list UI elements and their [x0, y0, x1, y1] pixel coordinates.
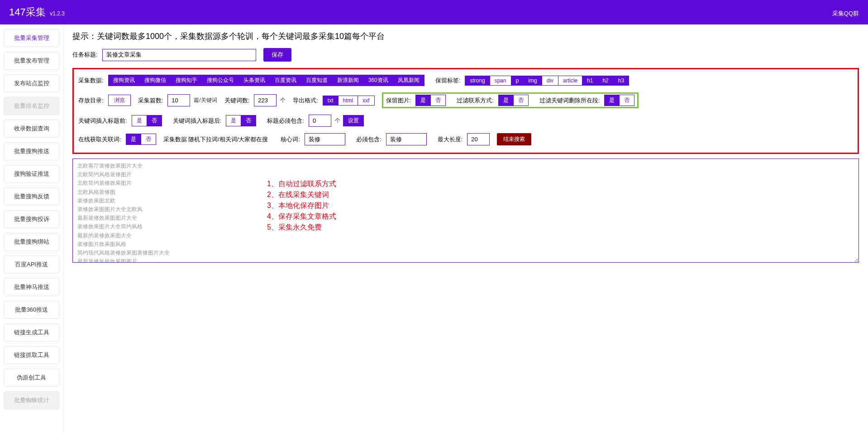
core-word-input[interactable]	[305, 133, 345, 145]
keep-img-yes[interactable]: 是	[415, 95, 431, 106]
source-tag-1[interactable]: 搜狗微信	[140, 75, 171, 86]
sidebar-item-8[interactable]: 批量搜狗投诉	[4, 210, 59, 228]
keep-tags-group: strongspanpimgdivarticleh1h2h3	[465, 76, 629, 86]
config-panel: 采集数据: 搜狗资讯搜狗微信搜狗知乎搜狗公众号头条资讯百度资讯百度知道新浪新闻3…	[72, 68, 859, 154]
task-title-label: 任务标题:	[72, 51, 98, 59]
sidebar-item-14[interactable]: 链接抓取工具	[4, 346, 59, 364]
sidebar-item-15[interactable]: 伪原创工具	[4, 369, 59, 387]
source-tag-2[interactable]: 搜狗知乎	[171, 75, 202, 86]
keep-tag-div[interactable]: div	[542, 76, 558, 86]
set-button[interactable]: 设置	[343, 115, 364, 126]
export-tag-xxf[interactable]: xxf	[358, 96, 374, 106]
insert-after-label: 关键词插入标题后:	[173, 117, 222, 125]
online-desc: 采集数据 随机下拉词/相关词/大家都在搜	[163, 135, 268, 144]
sidebar-item-3: 批量排名监控	[4, 97, 59, 115]
max-len-label: 最大长度:	[438, 135, 463, 144]
save-button[interactable]: 保存	[263, 48, 291, 62]
end-search-button[interactable]: 结束搜索	[497, 133, 531, 145]
keep-tag-strong[interactable]: strong	[465, 76, 490, 86]
sidebar: 批量采集管理批量发布管理发布站点监控批量排名监控收录数据查询批量搜狗推送搜狗验证…	[0, 24, 63, 433]
sidebar-item-6[interactable]: 搜狗验证推送	[4, 165, 59, 183]
storage-row: 存放目录: 浏览 采集篇数: 篇/关键词 关键词数: 个 导出格式: txtht…	[78, 92, 853, 108]
sidebar-item-13[interactable]: 链接生成工具	[4, 323, 59, 342]
insert-after-yes[interactable]: 是	[226, 115, 241, 126]
insert-before-no[interactable]: 否	[147, 115, 162, 126]
keep-tag-article[interactable]: article	[558, 76, 582, 86]
qq-group-link[interactable]: 采集QQ群	[832, 10, 859, 18]
sidebar-item-12[interactable]: 批量360推送	[4, 301, 59, 319]
insert-before-toggle[interactable]: 是 否	[132, 115, 162, 126]
keep-tag-h2[interactable]: h2	[598, 76, 613, 86]
green-highlight-box: 保留图片: 是 否 过滤联系方式: 是 否 过滤关键词删除所在段: 是 否	[382, 92, 639, 108]
filter-contact-yes[interactable]: 是	[498, 95, 514, 106]
source-tag-6[interactable]: 百度知道	[301, 75, 333, 86]
filter-contact-no[interactable]: 否	[514, 95, 529, 106]
app-header: 147采集 v1.2.3 采集QQ群	[0, 0, 868, 24]
sources-row: 采集数据: 搜狗资讯搜狗微信搜狗知乎搜狗公众号头条资讯百度资讯百度知道新浪新闻3…	[78, 75, 853, 86]
keep-tag-p[interactable]: p	[511, 76, 524, 86]
online-yes[interactable]: 是	[126, 134, 141, 145]
source-tag-4[interactable]: 头条资讯	[239, 75, 270, 86]
source-tag-9[interactable]: 凤凰新闻	[393, 75, 424, 86]
must-contain-input[interactable]	[386, 133, 427, 145]
core-word-label: 核心词:	[281, 135, 300, 144]
insert-after-toggle[interactable]: 是 否	[226, 115, 256, 126]
online-row: 在线获取关联词: 是 否 采集数据 随机下拉词/相关词/大家都在搜 核心词: 必…	[78, 133, 853, 145]
insert-after-no[interactable]: 否	[241, 115, 256, 126]
source-tag-0[interactable]: 搜狗资讯	[108, 75, 140, 86]
sidebar-item-5[interactable]: 批量搜狗推送	[4, 142, 59, 160]
export-tag-html[interactable]: html	[339, 96, 358, 106]
sidebar-item-1[interactable]: 批量发布管理	[4, 52, 59, 70]
source-tag-3[interactable]: 搜狗公众号	[202, 75, 239, 86]
sources-group: 搜狗资讯搜狗微信搜狗知乎搜狗公众号头条资讯百度资讯百度知道新浪新闻360资讯凤凰…	[108, 75, 424, 86]
sidebar-item-7[interactable]: 批量搜狗反馈	[4, 188, 59, 206]
filter-kw-para-toggle[interactable]: 是 否	[604, 95, 634, 106]
insert-before-yes[interactable]: 是	[132, 115, 147, 126]
keep-tag-h3[interactable]: h3	[614, 76, 629, 86]
online-label: 在线获取关联词:	[78, 135, 121, 144]
app-version: v1.2.3	[50, 10, 65, 17]
online-no[interactable]: 否	[141, 134, 156, 145]
results-box: 1、自动过滤联系方式2、在线采集关键词3、本地化保存图片4、保存采集文章格式5、…	[72, 159, 859, 264]
export-label: 导出格式:	[293, 96, 318, 105]
results-textarea[interactable]	[72, 159, 859, 263]
export-group: txthtmlxxf	[323, 96, 375, 106]
filter-kw-para-yes[interactable]: 是	[604, 95, 620, 106]
title-must-unit: 个	[335, 117, 340, 125]
filter-contact-toggle[interactable]: 是 否	[498, 95, 529, 106]
main-content: 提示：关键词数最多1000个，采集数据源多个轮训，每个关键词最多采集10篇每个平…	[63, 24, 868, 433]
max-len-input[interactable]	[467, 133, 490, 145]
kw-count-input[interactable]	[254, 94, 277, 106]
sources-label: 采集数据:	[78, 77, 104, 85]
count-unit: 篇/关键词	[194, 96, 217, 104]
online-toggle[interactable]: 是 否	[126, 134, 156, 145]
source-tag-8[interactable]: 360资讯	[364, 75, 393, 86]
filter-contact-label: 过滤联系方式:	[457, 96, 494, 105]
sidebar-item-11[interactable]: 批量神马推送	[4, 278, 59, 296]
keep-img-no[interactable]: 否	[431, 95, 446, 106]
keep-img-toggle[interactable]: 是 否	[415, 95, 446, 106]
keep-tag-h1[interactable]: h1	[582, 76, 598, 86]
sidebar-item-9[interactable]: 批量搜狗绑站	[4, 233, 59, 251]
task-title-input[interactable]	[102, 49, 256, 61]
count-input[interactable]	[167, 94, 190, 106]
filter-kw-para-no[interactable]: 否	[620, 95, 634, 106]
keep-tag-img[interactable]: img	[524, 76, 542, 86]
title-must-label: 标题必须包含:	[267, 117, 304, 125]
kw-count-label: 关键词数:	[224, 96, 250, 105]
keep-tag-span[interactable]: span	[490, 76, 511, 86]
sidebar-item-2[interactable]: 发布站点监控	[4, 74, 59, 92]
sidebar-item-16: 批量蜘蛛统计	[4, 391, 59, 409]
source-tag-7[interactable]: 新浪新闻	[333, 75, 364, 86]
export-tag-txt[interactable]: txt	[323, 96, 339, 106]
storage-label: 存放目录:	[78, 96, 104, 105]
sidebar-item-10[interactable]: 百度API推送	[4, 255, 59, 274]
browse-button[interactable]: 浏览	[108, 95, 131, 106]
sidebar-item-0[interactable]: 批量采集管理	[4, 29, 59, 47]
task-title-row: 任务标题: 保存	[72, 48, 859, 62]
filter-kw-para-label: 过滤关键词删除所在段:	[539, 96, 600, 105]
title-must-input[interactable]	[309, 115, 331, 127]
sidebar-item-4[interactable]: 收录数据查询	[4, 120, 59, 138]
source-tag-5[interactable]: 百度资讯	[270, 75, 301, 86]
hint-text: 提示：关键词数最多1000个，采集数据源多个轮训，每个关键词最多采集10篇每个平…	[72, 31, 859, 42]
